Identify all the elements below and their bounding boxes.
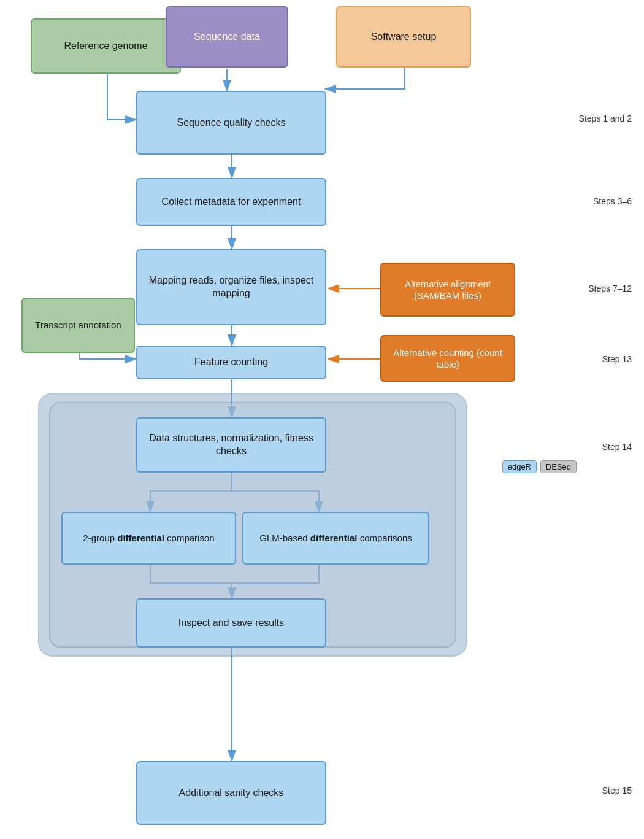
deseq-badge: DESeq bbox=[540, 460, 577, 473]
diagram-container: Reference genome Sequence data Software … bbox=[0, 0, 644, 839]
steps-1-2-label: Steps 1 and 2 bbox=[579, 114, 632, 123]
glm-based-box: GLM-based differential comparisons bbox=[242, 512, 429, 565]
collect-metadata-box: Collect metadata for experiment bbox=[136, 178, 326, 226]
additional-sanity-box: Additional sanity checks bbox=[136, 761, 326, 825]
edger-badge: edgeR bbox=[502, 460, 537, 473]
mapping-reads-label: Mapping reads, organize files, inspect m… bbox=[145, 274, 318, 300]
step-15-label: Step 15 bbox=[602, 786, 632, 795]
step-14-label: Step 14 bbox=[602, 442, 632, 452]
transcript-annotation-box: Transcript annotation bbox=[21, 298, 135, 353]
alternative-counting-label: Alternative counting (count table) bbox=[389, 347, 507, 371]
inspect-save-box: Inspect and save results bbox=[136, 598, 326, 648]
reference-genome-box: Reference genome bbox=[31, 18, 181, 74]
steps-7-12-label: Steps 7–12 bbox=[588, 284, 632, 293]
glm-based-label: GLM-based differential comparisons bbox=[259, 532, 412, 544]
two-group-box: 2-group differential comparison bbox=[61, 512, 236, 565]
two-group-label: 2-group differential comparison bbox=[83, 532, 214, 544]
feature-counting-box: Feature counting bbox=[136, 346, 326, 379]
sequence-quality-box: Sequence quality checks bbox=[136, 91, 326, 155]
alternative-alignment-box: Alternative alignment (SAM/BAM files) bbox=[380, 263, 515, 317]
feature-counting-label: Feature counting bbox=[194, 356, 268, 369]
data-structures-box: Data structures, normalization, fitness … bbox=[136, 417, 326, 473]
transcript-annotation-label: Transcript annotation bbox=[35, 319, 121, 331]
software-setup-box: Software setup bbox=[336, 6, 471, 68]
additional-sanity-label: Additional sanity checks bbox=[179, 787, 284, 800]
sequence-data-box: Sequence data bbox=[166, 6, 288, 68]
software-setup-label: Software setup bbox=[371, 31, 437, 44]
steps-3-6-label: Steps 3–6 bbox=[593, 196, 632, 206]
alternative-alignment-label: Alternative alignment (SAM/BAM files) bbox=[389, 278, 507, 302]
collect-metadata-label: Collect metadata for experiment bbox=[162, 196, 301, 209]
inspect-save-label: Inspect and save results bbox=[178, 617, 285, 630]
sequence-quality-label: Sequence quality checks bbox=[177, 117, 286, 130]
mapping-reads-box: Mapping reads, organize files, inspect m… bbox=[136, 249, 326, 325]
step-13-label: Step 13 bbox=[602, 354, 632, 364]
alternative-counting-box: Alternative counting (count table) bbox=[380, 335, 515, 382]
sequence-data-label: Sequence data bbox=[194, 31, 260, 44]
data-structures-label: Data structures, normalization, fitness … bbox=[145, 432, 318, 458]
reference-genome-label: Reference genome bbox=[64, 40, 147, 53]
